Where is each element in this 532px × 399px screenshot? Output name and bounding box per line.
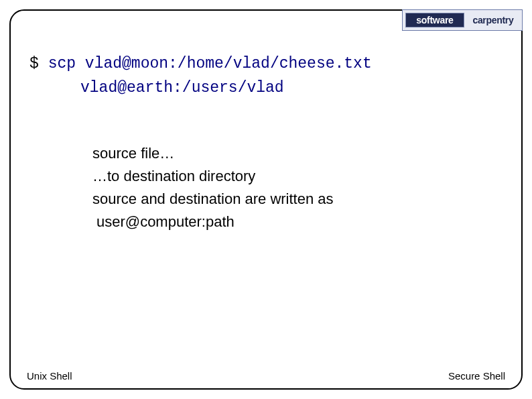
explanation-line-2: …to destination directory <box>92 165 334 188</box>
footer-left: Unix Shell <box>27 370 72 382</box>
logo: software carpentry <box>402 9 523 31</box>
slide-frame: software carpentry $ scp vlad@moon:/home… <box>9 9 523 390</box>
logo-word-software: software <box>405 13 464 27</box>
logo-word-carpentry: carpentry <box>467 13 519 27</box>
shell-prompt: $ <box>29 55 39 72</box>
command-block: $ scp vlad@moon:/home/vlad/cheese.txt vl… <box>29 52 372 100</box>
explanation-block: source file… …to destination directory s… <box>92 142 334 233</box>
explanation-line-4: user@computer:path <box>92 211 235 233</box>
command-line-2: vlad@earth:/users/vlad <box>29 76 372 101</box>
explanation-line-3: source and destination are written as <box>92 188 334 211</box>
footer-right: Secure Shell <box>448 370 505 382</box>
command-line-1: scp vlad@moon:/home/vlad/cheese.txt <box>48 55 372 72</box>
explanation-line-1: source file… <box>92 142 334 165</box>
